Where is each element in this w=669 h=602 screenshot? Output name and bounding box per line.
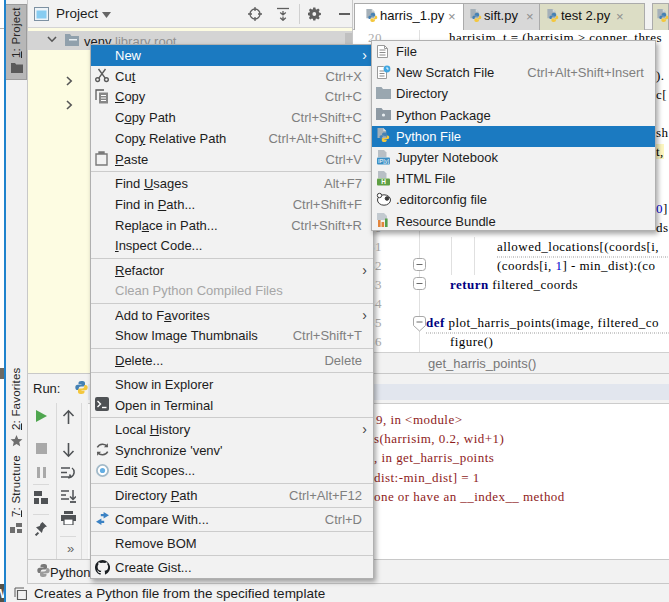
svg-text:IP[y]: IP[y] xyxy=(378,158,389,164)
svg-text:H: H xyxy=(381,178,386,185)
